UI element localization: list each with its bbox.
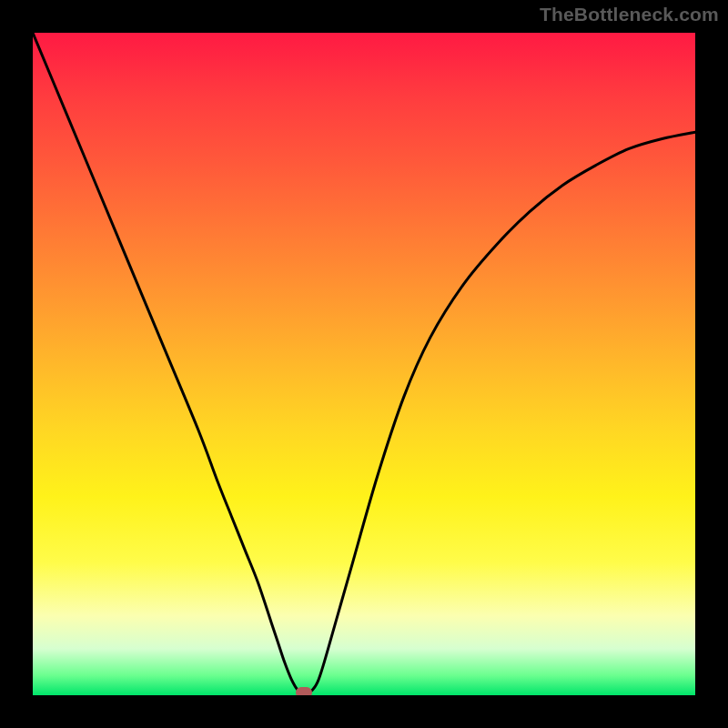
bottleneck-curve: [33, 33, 695, 695]
plot-area: [33, 33, 695, 695]
chart-frame: TheBottleneck.com: [0, 0, 728, 728]
watermark-text: TheBottleneck.com: [540, 4, 719, 25]
optimal-point-marker: [296, 687, 312, 695]
